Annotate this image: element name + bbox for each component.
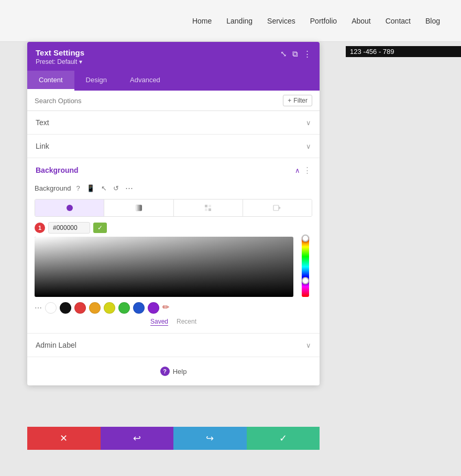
text-section: Text ∨ bbox=[27, 111, 320, 135]
svg-rect-1 bbox=[136, 205, 142, 211]
nav-services[interactable]: Services bbox=[267, 17, 295, 25]
color-type-gradient[interactable] bbox=[104, 200, 173, 216]
tabs: Content Design Advanced bbox=[27, 71, 320, 91]
color-type-solid[interactable] bbox=[35, 200, 104, 216]
text-section-title: Text bbox=[36, 118, 49, 127]
gradient-dark-overlay bbox=[35, 237, 293, 297]
more-icon[interactable]: ⋮ bbox=[303, 49, 311, 59]
swatch-white[interactable] bbox=[45, 302, 57, 314]
hex-input[interactable] bbox=[48, 222, 90, 234]
hue-knob-top[interactable] bbox=[302, 235, 309, 242]
link-section: Link ∨ bbox=[27, 135, 320, 158]
panel-header-icons: ⤡ ⧉ ⋮ bbox=[280, 49, 311, 59]
preset-arrow-icon: ▾ bbox=[79, 58, 82, 65]
link-section-title: Link bbox=[36, 142, 49, 150]
confirm-icon: ✓ bbox=[279, 433, 287, 444]
admin-chevron-icon: ∨ bbox=[306, 341, 311, 349]
nav-landing[interactable]: Landing bbox=[226, 17, 253, 25]
recent-tab[interactable]: Recent bbox=[177, 318, 196, 326]
filter-plus-icon: + bbox=[288, 97, 291, 104]
black-bar: 123 -456 - 789 bbox=[346, 46, 461, 57]
swatch-black[interactable] bbox=[60, 302, 71, 314]
saved-recent-tabs: Saved Recent bbox=[35, 318, 312, 326]
more-swatches-button[interactable]: ⋯ bbox=[35, 304, 42, 312]
hex-confirm-button[interactable]: ✓ bbox=[93, 223, 107, 233]
bg-cursor-icon[interactable]: ↖ bbox=[100, 183, 108, 193]
svg-point-0 bbox=[67, 205, 73, 211]
swatch-yellow[interactable] bbox=[104, 302, 115, 314]
admin-label-title: Admin Label bbox=[36, 341, 76, 349]
help-row[interactable]: ? Help bbox=[27, 357, 320, 385]
settings-panel: Text Settings Preset: Default ▾ ⤡ ⧉ ⋮ Co… bbox=[27, 42, 320, 385]
tab-advanced[interactable]: Advanced bbox=[118, 71, 172, 91]
background-section: Background ∧ ⋮ Background ? 📱 ↖ ↺ ⋯ bbox=[27, 158, 320, 334]
nav-contact[interactable]: Contact bbox=[386, 17, 411, 25]
svg-rect-5 bbox=[208, 208, 211, 211]
swatch-blue[interactable] bbox=[133, 302, 145, 314]
color-type-row bbox=[35, 199, 312, 217]
color-hex-row: 1 ✓ bbox=[35, 222, 312, 234]
cancel-button[interactable]: ✕ bbox=[27, 427, 101, 450]
link-section-header[interactable]: Link ∨ bbox=[27, 135, 320, 158]
expand-icon[interactable]: ⤡ bbox=[280, 49, 287, 59]
columns-icon[interactable]: ⧉ bbox=[292, 49, 298, 59]
bg-label-text: Background bbox=[35, 184, 71, 192]
undo-icon: ↩ bbox=[133, 433, 141, 444]
background-content: Background ? 📱 ↖ ↺ ⋯ bbox=[27, 182, 320, 333]
admin-label-header[interactable]: Admin Label ∨ bbox=[27, 334, 320, 357]
hue-knob-bottom[interactable] bbox=[302, 277, 309, 284]
video-icon bbox=[273, 204, 281, 212]
filter-button[interactable]: + Filter bbox=[283, 95, 312, 106]
svg-rect-4 bbox=[205, 208, 207, 211]
saved-tab[interactable]: Saved bbox=[150, 318, 168, 326]
color-picker-container bbox=[35, 237, 312, 297]
bg-dots-icon[interactable]: ⋯ bbox=[124, 182, 134, 194]
gradient-canvas[interactable] bbox=[35, 237, 293, 297]
swatch-green[interactable] bbox=[118, 302, 130, 314]
background-section-header[interactable]: Background ∧ ⋮ bbox=[27, 158, 320, 182]
text-chevron-icon: ∨ bbox=[306, 119, 311, 127]
gradient-picker[interactable] bbox=[35, 237, 293, 297]
color-number-badge: 1 bbox=[35, 223, 45, 233]
nav-home[interactable]: Home bbox=[192, 17, 212, 25]
svg-rect-2 bbox=[205, 205, 207, 207]
confirm-button[interactable]: ✓ bbox=[247, 427, 320, 450]
gradient-icon bbox=[135, 204, 143, 212]
undo-button[interactable]: ↩ bbox=[101, 427, 174, 450]
bg-reset-icon[interactable]: ↺ bbox=[112, 183, 120, 193]
hue-slider[interactable] bbox=[302, 237, 309, 297]
panel-preset[interactable]: Preset: Default ▾ bbox=[36, 58, 84, 65]
background-more-icon[interactable]: ⋮ bbox=[303, 165, 311, 175]
admin-label-section: Admin Label ∨ bbox=[27, 334, 320, 357]
panel-header: Text Settings Preset: Default ▾ ⤡ ⧉ ⋮ bbox=[27, 42, 320, 71]
search-input[interactable] bbox=[35, 97, 283, 105]
swatch-orange[interactable] bbox=[89, 302, 101, 314]
pattern-icon bbox=[204, 204, 212, 212]
eyedropper-icon[interactable]: ✏ bbox=[162, 302, 174, 314]
link-chevron-icon: ∨ bbox=[306, 142, 311, 150]
cancel-icon: ✕ bbox=[60, 433, 68, 444]
nav-about[interactable]: About bbox=[352, 17, 371, 25]
search-bar: + Filter bbox=[27, 91, 320, 111]
nav-blog[interactable]: Blog bbox=[425, 17, 440, 25]
top-nav: Home Landing Services Portfolio About Co… bbox=[0, 0, 461, 42]
help-label: Help bbox=[173, 368, 187, 375]
bg-label-row: Background ? 📱 ↖ ↺ ⋯ bbox=[35, 182, 312, 194]
solid-color-icon bbox=[65, 204, 74, 212]
swatch-purple[interactable] bbox=[148, 302, 159, 314]
nav-portfolio[interactable]: Portfolio bbox=[310, 17, 337, 25]
color-type-pattern[interactable] bbox=[174, 200, 243, 216]
tab-content[interactable]: Content bbox=[27, 71, 74, 91]
redo-button[interactable]: ↪ bbox=[173, 427, 247, 450]
text-section-header[interactable]: Text ∨ bbox=[27, 111, 320, 134]
swatches-row: ⋯ ✏ bbox=[35, 302, 312, 314]
background-chevron-up-icon: ∧ bbox=[295, 167, 300, 174]
color-type-video[interactable] bbox=[243, 200, 312, 216]
tab-design[interactable]: Design bbox=[74, 71, 118, 91]
swatch-red[interactable] bbox=[74, 302, 86, 314]
bg-mobile-icon[interactable]: 📱 bbox=[85, 183, 96, 193]
svg-rect-6 bbox=[273, 205, 279, 211]
filter-label: Filter bbox=[293, 97, 308, 104]
bg-question-icon[interactable]: ? bbox=[75, 183, 81, 193]
background-section-title: Background bbox=[36, 166, 79, 174]
